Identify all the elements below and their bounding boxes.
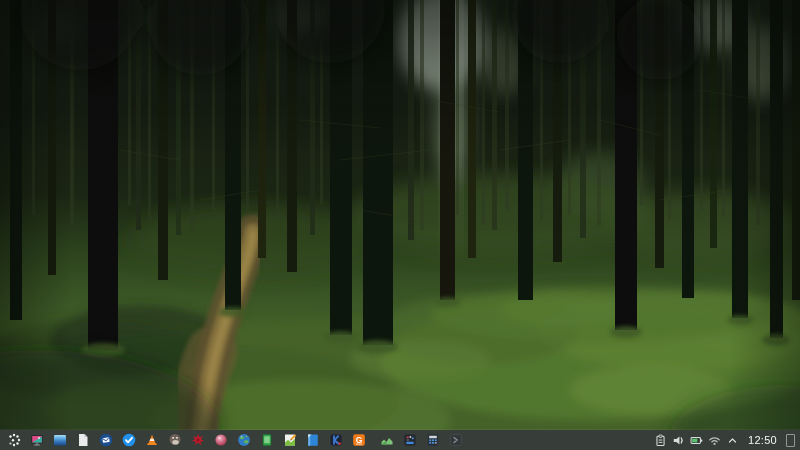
task-k-app[interactable] [326, 430, 346, 450]
thunderbird-mail-icon [98, 432, 114, 448]
task-g-app[interactable]: G [349, 430, 369, 450]
task-file-manager[interactable] [50, 430, 70, 450]
tray-clipboard[interactable] [652, 431, 669, 449]
task-paint-app[interactable] [188, 430, 208, 450]
battery-icon [689, 433, 704, 448]
tray-expand[interactable] [724, 431, 741, 449]
tray-battery[interactable] [688, 431, 705, 449]
task-mail[interactable] [96, 430, 116, 450]
system-tray: 12:50 [652, 431, 798, 449]
task-calculator[interactable] [423, 430, 443, 450]
wifi-icon [707, 433, 722, 448]
task-media-app[interactable] [211, 430, 231, 450]
wallpaper-art [0, 0, 800, 430]
tray-network[interactable] [706, 431, 723, 449]
show-desktop-button[interactable] [786, 434, 795, 447]
task-display-settings[interactable] [27, 430, 47, 450]
taskbar-panel: G [0, 430, 800, 450]
desktop[interactable]: G [0, 0, 800, 450]
text-document-icon [75, 432, 91, 448]
tray-volume[interactable] [670, 431, 687, 449]
globe-browser-icon [236, 432, 252, 448]
task-terminal[interactable] [446, 430, 466, 450]
system-monitor-icon [379, 432, 395, 448]
task-notes[interactable] [303, 430, 323, 450]
task-vlc[interactable] [142, 430, 162, 450]
app-launcher-button[interactable] [4, 430, 24, 450]
digital-clock[interactable]: 12:50 [748, 434, 777, 446]
caret-up-icon [725, 433, 740, 448]
task-image-editor[interactable] [280, 430, 300, 450]
todo-check-icon [121, 432, 137, 448]
volume-icon [671, 433, 686, 448]
task-todo[interactable] [119, 430, 139, 450]
task-gimp[interactable] [165, 430, 185, 450]
red-splatter-icon [190, 432, 206, 448]
display-settings-icon [29, 432, 45, 448]
task-system-monitor[interactable] [377, 430, 397, 450]
kdeconnect-phone-icon [259, 432, 275, 448]
calculator-icon [425, 432, 441, 448]
task-pixel-app[interactable] [400, 430, 420, 450]
task-web-browser[interactable] [234, 430, 254, 450]
kde-neon-launcher-icon [6, 432, 22, 448]
forest-path-wallpaper [0, 0, 800, 430]
gimp-icon [167, 432, 183, 448]
vlc-icon [144, 432, 160, 448]
clipboard-icon [653, 433, 668, 448]
pink-orb-icon [213, 432, 229, 448]
task-kdeconnect[interactable] [257, 430, 277, 450]
blue-notes-icon [305, 432, 321, 448]
konsole-icon [448, 432, 464, 448]
k-app-icon [328, 432, 344, 448]
task-text-editor[interactable] [73, 430, 93, 450]
dolphin-file-manager-icon [52, 432, 68, 448]
g-app-icon: G [351, 432, 367, 448]
pixel-app-icon [402, 432, 418, 448]
image-editor-pencil-icon [282, 432, 298, 448]
svg-text:G: G [355, 435, 362, 445]
